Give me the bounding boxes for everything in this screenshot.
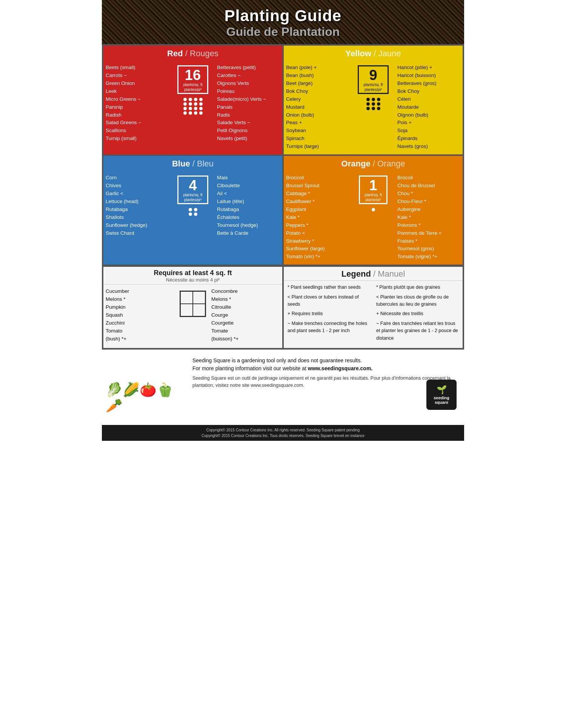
footer-area: 🥬🌽🍅🫑🥕 Seeding Square is a gardening tool… [102,349,464,425]
list-item: Cauliflower * [286,198,349,206]
legend-item-en: < Plant cloves or tubers instead of seed… [288,294,370,308]
yellow-number-box: 9 plants/sq. ft plantes/pi² [358,65,388,94]
dot [372,102,375,106]
list-item: Salade Verts ~ [217,119,280,127]
footer-text-en-1: Seeding Square is a gardening tool only … [192,357,362,363]
dot-row [183,98,203,101]
copyright-1: Copyright© 2015 Contour Creations Inc. A… [106,427,460,433]
list-item: Soja [397,127,460,135]
list-item: Zucchini [106,319,174,327]
list-item: Turnips (large) [286,143,349,151]
orange-title-fr: / Orange [373,159,405,168]
dot [377,98,380,101]
veg-illustration: 🥬🌽🍅🫑🥕 [106,353,189,414]
logo-line1: seeding [434,396,449,400]
list-item: (buisson) *+ [211,335,280,343]
dot [372,107,375,110]
dot [372,208,375,211]
list-item: Carottes ~ [217,72,280,80]
list-item: Green Onion [106,80,169,88]
yellow-title-fr: / Jaune [374,49,401,58]
copyright-bar: Copyright© 2015 Contour Creations Inc. A… [102,425,464,441]
list-item: Turnip (small) [106,135,169,143]
list-item: Courge [211,311,280,319]
orange-number: 1 [365,178,382,192]
list-item: Fraises * [397,237,460,245]
copyright-2: Copyright© 2015 Contour Creations Inc. T… [106,433,460,439]
list-item: Poireau [217,88,280,95]
sqft-box [180,291,206,317]
footer-website: www.seedingsquare.com. [308,365,372,371]
list-item: Rutabaga [217,206,280,214]
list-item: Radis [217,111,280,119]
yellow-plants-fr: Haricot (pôle) +Haricot (buisson)Bettera… [397,64,460,151]
list-item: Salad Greens ~ [106,119,169,127]
legend-item-fr: < Planter les clous de girofle ou de tub… [376,294,459,308]
yellow-body: Bean (pole) +Bean (bush)Beet (large)Bok … [284,61,463,154]
list-item: Brussel Sprout [286,182,349,190]
dot [377,107,380,110]
list-item: Swiss Chard [106,229,169,237]
footer-main-fr: Seeding Square est un outil de jardinage… [192,375,457,389]
list-item: Melons * [106,296,174,303]
red-section: Red / Rouges Beets (small)Carrots ~Green… [103,45,283,155]
list-item: (bush) *+ [106,335,174,343]
list-item: Onion (bulb) [286,111,349,119]
list-item: Mais [217,174,280,182]
dot [194,102,197,106]
dot [194,107,197,110]
list-item: Cucumber [106,288,174,296]
list-item: Carrots ~ [106,72,169,80]
list-item: Pumpkin [106,303,174,311]
header: Planting Guide Guide de Plantation [102,0,464,44]
list-item: Oignons Verts [217,80,280,88]
blue-body: CornChivesGarlic <Lettuce (head)Rutabaga… [103,171,282,241]
list-item: Petit Oignons [217,127,280,135]
red-center: 16 plants/sq. ft plantes/pi² [170,64,215,143]
list-item: Tomate (vigne) *+ [397,253,460,261]
list-item: Parsnip [106,103,169,111]
dot [194,111,197,115]
sqft-plants-en: CucumberMelons *PumpkinSquashZucchiniTom… [106,288,174,343]
sqft-cell-3 [180,304,193,316]
footer-text-en-2: For more planting information visit our … [192,365,308,371]
list-item: Sunflower (large) [286,245,349,253]
yellow-title-en: Yellow [346,49,371,58]
sqft-cell-4 [193,304,205,316]
dot [199,98,203,101]
list-item: Tournesol (hedge) [217,222,280,229]
dot [366,107,370,110]
list-item: Squash [106,311,174,319]
blue-section: Blue / Bleu CornChivesGarlic <Lettuce (h… [103,155,283,265]
dot-row [189,208,197,211]
list-item: Sunflower (hedge) [106,222,169,229]
list-item: Chou * [397,190,460,198]
blue-plants-fr: MaisCibouletteAil <Laitue (tête)Rutabaga… [217,174,280,237]
dot [372,98,375,101]
list-item: Soybean [286,127,349,135]
list-item: Potato < [286,229,349,237]
legend-item-fr: + Nécessite des treillis [376,310,459,317]
legend-header: Legend / Manuel [284,267,463,281]
dot [377,102,380,106]
list-item: Melons * [211,296,280,303]
dot [366,98,370,101]
list-item: Betteraves (gros) [397,80,460,88]
dot [189,111,192,115]
blue-number: 4 [183,178,202,192]
sqft-header: Requires at least 4 sq. ft Nécessite au … [103,267,282,285]
legend-item-en: + Requires trellis [288,310,370,317]
dot [189,98,192,101]
list-item: Pommes de Terre < [397,229,460,237]
dot [189,208,192,211]
list-item: Strawberry * [286,237,349,245]
list-item: Peas + [286,119,349,127]
legend-item-fr: * Plants plutôt que des graines [376,284,459,291]
red-number-label: plants/sq. ft plantes/pi² [183,82,202,92]
sqft-cell-2 [193,291,205,304]
header-title-en: Planting Guide [106,7,460,25]
dot-row [183,111,203,115]
red-title-fr: / Rouges [185,49,218,58]
legend-body: * Plant seedlings rather than seeds< Pla… [284,281,463,348]
red-dot-grid [183,98,203,115]
